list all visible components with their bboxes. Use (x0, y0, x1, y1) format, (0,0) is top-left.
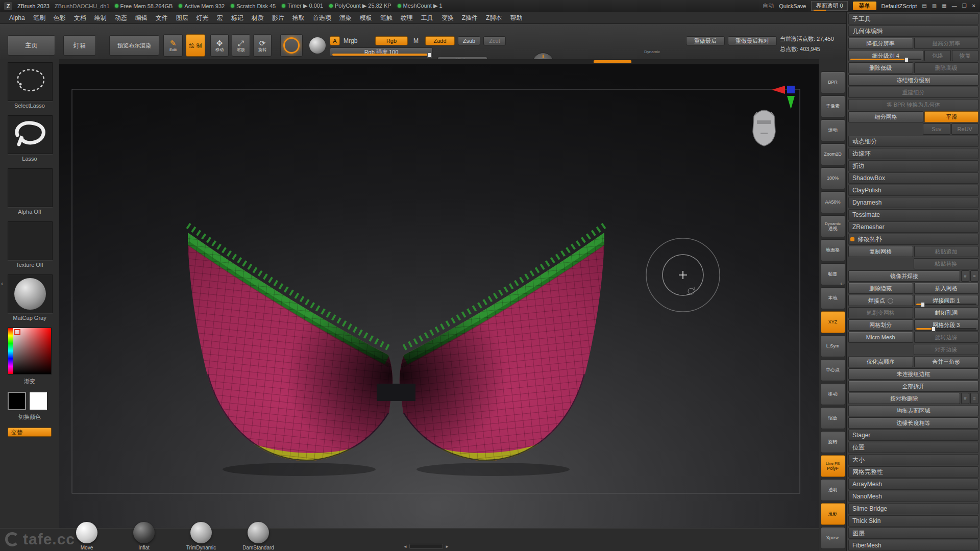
brush-slot[interactable]: Move (70, 522, 103, 550)
palette-section-header[interactable]: 动态细分 (848, 136, 978, 147)
menu-item[interactable]: 色彩 (50, 14, 70, 22)
shelf-button[interactable]: 中心点 (821, 359, 845, 381)
panel-button[interactable]: 镜像并焊接 (848, 270, 960, 282)
palette-section-header[interactable]: 子工具 (848, 13, 978, 24)
shelf-button[interactable]: L.Sym (821, 335, 845, 357)
rgb-intensity-slider[interactable]: Rgb 强度 100 (330, 47, 433, 57)
panel-button[interactable]: 均衡表面区域 (848, 405, 978, 416)
home-button[interactable]: 主页 (8, 35, 55, 56)
menu-item[interactable]: 图层 (172, 14, 192, 22)
menu-item[interactable]: 笔触 (376, 14, 397, 22)
brush-slot[interactable]: TrimDynamic (185, 522, 217, 550)
panel-button[interactable]: 降低分辨率 (848, 38, 913, 49)
alpha-toggle-button[interactable]: A (330, 36, 340, 45)
panel-button[interactable]: 冻结细分级别 (848, 74, 978, 86)
shelf-scrollbar-handle[interactable] (594, 60, 631, 63)
palette-section-header[interactable]: FiberMesh (848, 540, 978, 551)
shelf-button[interactable]: 透明 (821, 479, 845, 501)
minimize-button[interactable]: — (952, 3, 957, 9)
shelf-button[interactable]: 地面格 (821, 239, 845, 261)
panel-button[interactable]: 按对称删除 (848, 393, 960, 404)
rgb-mode-button[interactable]: Rgb (375, 36, 408, 45)
menu-item[interactable]: 绘制 (90, 14, 111, 22)
hue-strip[interactable] (8, 328, 13, 374)
layout-icon-1[interactable]: ▤ (922, 3, 926, 9)
palette-section-header[interactable]: Tessimate (848, 209, 978, 220)
edit-button[interactable]: ✎ Edit (163, 34, 183, 57)
menu-item[interactable]: 帮助 (506, 14, 526, 22)
panel-button[interactable]: 删除低级 (848, 62, 913, 73)
brush-picker-button[interactable] (280, 34, 303, 57)
panel-button[interactable]: 边缘长度相等 (848, 417, 978, 429)
panel-button[interactable]: 细分网格 (848, 111, 923, 122)
palette-section-header[interactable]: Dynamesh (848, 197, 978, 208)
redo-last-relative-button[interactable]: 重做最后相对 (728, 36, 777, 45)
palette-section-header[interactable]: 修改拓扑 (848, 234, 978, 245)
panel-button[interactable]: 焊接点 (848, 295, 913, 306)
close-button[interactable]: ✕ (972, 3, 976, 9)
slider-knob[interactable] (904, 57, 909, 62)
shelf-button[interactable]: 鬼影 (821, 503, 845, 525)
panel-button[interactable]: 合并三角形 (914, 356, 979, 367)
mini-button[interactable]: # (961, 393, 969, 404)
shelf-button[interactable]: Dynamic透视 (821, 215, 845, 237)
panel-button[interactable]: 优化点顺序 (848, 356, 913, 367)
menu-item[interactable]: 标记 (227, 14, 248, 22)
menu-item[interactable]: 纹理 (397, 14, 417, 22)
shelf-button[interactable]: 本地 (821, 287, 845, 309)
palette-section-header[interactable]: ArrayMesh (848, 479, 978, 490)
shelf-button[interactable]: 100% (821, 167, 845, 189)
palette-section-header[interactable]: 边缘环 (848, 148, 978, 159)
palette-section-header[interactable]: Slime Bridge (848, 503, 978, 514)
maximize-button[interactable]: ❐ (962, 3, 967, 9)
panel-button[interactable]: 平滑 (924, 111, 978, 122)
menu-item[interactable]: 材质 (248, 14, 268, 22)
m-label[interactable]: M (413, 37, 419, 44)
ui-opacity-slider[interactable]: 界面透明 0 (811, 1, 847, 11)
zsub-button[interactable]: Zsub (458, 36, 480, 45)
brush-slot[interactable]: DamStandard (242, 522, 275, 550)
redo-last-button[interactable]: 重做最后 (686, 36, 725, 45)
panel-slider[interactable]: 细分级别 4 (848, 50, 923, 61)
menu-button[interactable]: 菜单 (853, 2, 876, 10)
palette-section-header[interactable]: NanoMesh (848, 491, 978, 502)
panel-button[interactable]: 复制网格 (848, 246, 913, 257)
panel-button[interactable]: 删除隐藏 (848, 283, 913, 294)
shelf-button[interactable]: AA50% (821, 191, 845, 213)
menu-item[interactable]: 渲染 (335, 14, 356, 22)
panel-button[interactable]: 封闭孔洞 (914, 307, 979, 318)
quicksave-button[interactable]: QuickSave (779, 3, 806, 9)
material-thumbnail[interactable] (8, 274, 53, 313)
preview-boolean-button[interactable]: 预览布尔渲染 (109, 35, 159, 56)
menu-item[interactable]: 文档 (70, 14, 90, 22)
shelf-button[interactable]: 旋转 (821, 431, 845, 453)
menu-item[interactable]: 笔刷 (29, 14, 50, 22)
shelf-button[interactable]: XYZ (821, 311, 845, 333)
menu-item[interactable]: 首选项 (309, 14, 335, 22)
mrgb-label[interactable]: Mrgb (344, 37, 357, 44)
panel-button[interactable]: Micro Mesh (848, 332, 913, 343)
menu-item[interactable]: 变换 (437, 14, 458, 22)
canvas-scrollbar[interactable]: ◄ ► (403, 544, 449, 549)
gizmo-move-button[interactable]: ✥ 移动 (210, 34, 229, 57)
slider-knob[interactable] (932, 327, 936, 332)
palette-section-header[interactable]: 大小 (848, 454, 978, 465)
secondary-color-swatch[interactable] (29, 392, 47, 410)
panel-slider[interactable]: 网格分段 3 (914, 319, 979, 331)
panel-button[interactable]: 网格划分 (848, 319, 913, 331)
left-tray-toggle-icon[interactable]: ‹ (1, 280, 3, 287)
menu-item[interactable]: 文件 (152, 14, 172, 22)
palette-section-header[interactable]: 折边 (848, 160, 978, 171)
palette-section-header[interactable]: 图层 (848, 528, 978, 539)
slider-knob[interactable] (921, 302, 925, 307)
menu-item[interactable]: 动态 (111, 14, 131, 22)
stroke-thumbnail[interactable] (8, 115, 53, 154)
palette-section-header[interactable]: 网格完整性 (848, 466, 978, 478)
brush-thumbnail[interactable] (8, 62, 53, 101)
panel-button[interactable]: 全部拆开 (848, 381, 978, 392)
texture-thumbnail[interactable] (8, 221, 53, 260)
slider-knob[interactable] (427, 53, 432, 58)
menu-item[interactable]: Alpha (5, 14, 29, 21)
alternate-button[interactable]: 交替 (8, 428, 52, 437)
menu-item[interactable]: 工具 (417, 14, 437, 22)
